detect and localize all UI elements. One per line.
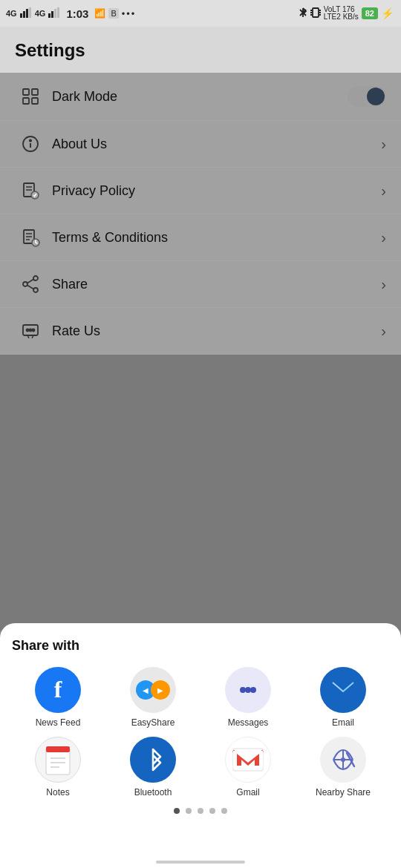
svg-rect-2 xyxy=(26,9,28,18)
news-feed-label: News Feed xyxy=(36,717,81,728)
svg-rect-3 xyxy=(29,7,31,18)
dot-1[interactable] xyxy=(174,808,180,814)
signal-bars-2 xyxy=(48,7,60,20)
rate-us-icon xyxy=(15,321,46,341)
share-app-nearby-share[interactable]: Nearby Share xyxy=(297,737,389,798)
signal-bars-1 xyxy=(20,7,32,20)
svg-rect-0 xyxy=(20,13,22,18)
about-us-icon xyxy=(15,134,46,154)
settings-item-dark-mode[interactable]: Dark Mode xyxy=(0,73,401,121)
chevron-right-icon: › xyxy=(381,323,386,340)
svg-point-40 xyxy=(240,687,246,693)
share-app-messages[interactable]: Messages xyxy=(202,667,294,728)
share-app-news-feed[interactable]: News Feed xyxy=(12,667,104,728)
dot-5[interactable] xyxy=(221,808,227,814)
chevron-right-icon: › xyxy=(381,229,386,246)
nearby-share-label: Nearby Share xyxy=(316,787,371,798)
svg-rect-15 xyxy=(23,89,29,95)
share-app-notes[interactable]: Notes xyxy=(12,737,104,798)
svg-rect-16 xyxy=(32,89,38,95)
svg-point-37 xyxy=(27,329,29,332)
privacy-policy-arrow: › xyxy=(381,183,386,200)
rate-us-arrow: › xyxy=(381,323,386,340)
charging-icon: ⚡ xyxy=(381,7,394,19)
messages-label: Messages xyxy=(228,717,269,728)
dot-2[interactable] xyxy=(186,808,192,814)
status-bar: 4G 4G 1:03 📶 B ••• VoLT 176LTE2 KB/s 82 xyxy=(0,0,401,27)
chevron-right-icon: › xyxy=(381,183,386,200)
share-app-email[interactable]: Email xyxy=(297,667,389,728)
svg-rect-4 xyxy=(48,13,50,18)
dark-mode-toggle[interactable] xyxy=(348,86,386,107)
svg-rect-6 xyxy=(54,9,56,18)
share-app-bluetooth[interactable]: Bluetooth xyxy=(107,737,199,798)
share-icon xyxy=(15,274,46,294)
settings-overlay: Settings Dark Mode xyxy=(0,27,401,631)
bluetooth-label: Bluetooth xyxy=(134,787,172,798)
settings-header: Settings xyxy=(0,27,401,73)
vibrate-icon xyxy=(310,7,321,20)
dark-mode-icon xyxy=(15,87,46,106)
share-sheet-title: Share with xyxy=(12,638,389,654)
email-icon xyxy=(320,667,366,713)
gmail-icon xyxy=(225,737,271,783)
svg-rect-1 xyxy=(23,11,25,18)
network-indicator-2: 4G xyxy=(35,9,46,18)
bluetooth-status-icon xyxy=(299,7,307,20)
page-dots xyxy=(12,808,389,814)
svg-rect-44 xyxy=(46,746,70,752)
settings-item-privacy-policy[interactable]: Privacy Policy › xyxy=(0,168,401,214)
more-icon: ••• xyxy=(122,8,137,19)
svg-point-21 xyxy=(30,139,31,141)
settings-item-terms[interactable]: Terms & Conditions › xyxy=(0,214,401,261)
svg-rect-5 xyxy=(51,11,53,18)
share-app-easy-share[interactable]: EasyShare xyxy=(107,667,199,728)
status-time: 1:03 xyxy=(66,7,88,20)
privacy-policy-label: Privacy Policy xyxy=(52,183,381,199)
easyshare-arrows xyxy=(136,680,170,700)
home-indicator xyxy=(156,861,245,864)
about-us-arrow: › xyxy=(381,136,386,153)
notes-label: Notes xyxy=(46,787,69,798)
svg-point-42 xyxy=(250,687,256,693)
privacy-policy-icon xyxy=(15,181,46,200)
battery-indicator: 82 xyxy=(362,7,378,19)
arrow-right-icon xyxy=(151,680,170,700)
terms-label: Terms & Conditions xyxy=(52,230,381,246)
toggle-knob xyxy=(367,88,385,105)
about-us-label: About Us xyxy=(52,137,381,152)
nearby-share-icon xyxy=(320,737,366,783)
bluetooth-icon xyxy=(130,737,176,783)
share-arrow: › xyxy=(381,276,386,293)
dark-mode-toggle-wrap[interactable] xyxy=(348,86,386,107)
share-app-gmail[interactable]: Gmail xyxy=(202,737,294,798)
settings-item-rate-us[interactable]: Rate Us › xyxy=(0,308,401,355)
chevron-right-icon: › xyxy=(381,136,386,153)
messages-icon xyxy=(225,667,271,713)
share-sheet: Share with News Feed EasyShare xyxy=(0,623,401,868)
screen-record-icon: B xyxy=(108,8,118,19)
easy-share-label: EasyShare xyxy=(131,717,175,728)
settings-item-about-us[interactable]: About Us › xyxy=(0,121,401,168)
svg-point-51 xyxy=(341,757,345,762)
dot-3[interactable] xyxy=(198,808,203,814)
dot-4[interactable] xyxy=(209,808,215,814)
svg-line-34 xyxy=(27,280,33,283)
radio-icon: 📶 xyxy=(94,8,105,19)
share-apps-grid: News Feed EasyShare Messages xyxy=(12,667,389,798)
notes-icon xyxy=(35,737,81,783)
status-right: VoLT 176LTE2 KB/s 82 ⚡ xyxy=(299,6,394,21)
easy-share-icon xyxy=(130,667,176,713)
lte-signal: VoLT 176LTE2 KB/s xyxy=(324,6,359,21)
page-title: Settings xyxy=(15,40,85,60)
svg-point-41 xyxy=(245,687,251,693)
svg-point-31 xyxy=(33,276,38,280)
news-feed-icon xyxy=(35,667,81,713)
status-left: 4G 4G 1:03 📶 B ••• xyxy=(6,7,136,20)
settings-item-share[interactable]: Share › xyxy=(0,261,401,308)
settings-list: Dark Mode About Us › xyxy=(0,73,401,355)
svg-rect-8 xyxy=(313,8,319,17)
svg-point-39 xyxy=(33,329,35,332)
terms-icon xyxy=(15,228,46,247)
gmail-label: Gmail xyxy=(236,787,259,798)
